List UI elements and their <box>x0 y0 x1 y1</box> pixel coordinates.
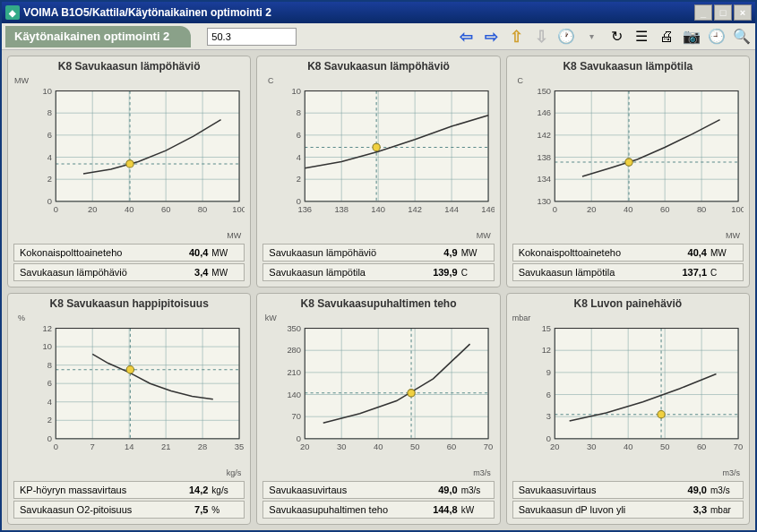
down-icon: ⇩ <box>531 27 551 47</box>
chart-panel: K8 Savukaasun lämpöhäviö MW 020406080100… <box>7 56 251 287</box>
chart-area: mbar 20304050607003691215 <box>512 312 744 468</box>
info-label: Savukaasun O2-pitoisuus <box>20 504 172 515</box>
info-unit: mbar <box>707 505 737 515</box>
info-value: 49,0 <box>671 485 707 495</box>
clock-dropdown-icon[interactable]: ▾ <box>581 27 601 47</box>
maximize-button[interactable]: □ <box>714 4 732 21</box>
svg-text:20: 20 <box>550 442 559 451</box>
info-unit: m3/s <box>707 485 737 495</box>
info-label: KP-höyryn massavirtaus <box>20 485 172 495</box>
y-axis-label: C <box>512 74 529 231</box>
svg-point-15 <box>126 160 133 167</box>
info-value: 137,1 <box>671 267 707 278</box>
toolbar: Käytönaikainen optimointi 2 ⇦ ⇨ ⇧ ⇩ 🕐 ▾ … <box>2 23 755 50</box>
clock-icon[interactable]: 🕐 <box>556 27 576 47</box>
svg-text:40: 40 <box>624 204 632 214</box>
svg-text:140: 140 <box>372 204 386 214</box>
svg-text:60: 60 <box>697 442 706 451</box>
chart-title: K8 Luvon painehäviö <box>512 297 744 310</box>
info-label: Savukaasun lämpöhäviö <box>20 267 172 278</box>
tree-icon[interactable]: ☰ <box>632 27 651 47</box>
back-icon[interactable]: ⇦ <box>456 27 476 47</box>
info-unit: MW <box>208 268 238 278</box>
info-value: 139,9 <box>422 267 458 278</box>
info-label: Savukaasupuhaltimen teho <box>269 504 421 515</box>
x-axis-label: kg/s <box>13 468 245 477</box>
info-unit: m3/s <box>458 485 488 495</box>
info-value: 49,0 <box>422 485 458 495</box>
info-unit: C <box>458 268 488 278</box>
chart-area: C 020406080100130134138142146150 <box>512 74 744 231</box>
x-axis-label: MW <box>262 231 494 240</box>
search-icon[interactable]: 🔍 <box>732 27 752 47</box>
svg-text:136: 136 <box>298 204 313 214</box>
svg-text:80: 80 <box>697 204 706 214</box>
info-value: 40,4 <box>172 247 208 258</box>
close-button[interactable]: × <box>734 4 752 21</box>
svg-text:10: 10 <box>43 86 52 96</box>
chart-area: C 1361381401421441460246810 <box>262 74 494 231</box>
window-buttons: _ □ × <box>694 4 752 21</box>
breadcrumb: Käytönaikainen optimointi 2 <box>5 26 191 47</box>
chart-plot: 1361381401421441460246810 <box>279 74 494 231</box>
chart-plot: 203040506070070140210280350 <box>279 312 494 468</box>
svg-text:40: 40 <box>125 204 133 214</box>
info-row: KP-höyryn massavirtaus 14,2 kg/s <box>13 481 245 499</box>
svg-text:138: 138 <box>335 204 349 214</box>
svg-text:0: 0 <box>297 196 301 206</box>
chart-plot: 0714212835024681012 <box>30 312 245 468</box>
minimize-button[interactable]: _ <box>694 4 712 21</box>
app-window: ◆ VOIMA B1O5/Kattila/Käytönaikainen opti… <box>0 0 757 532</box>
info-unit: kg/s <box>208 485 238 495</box>
print-icon[interactable]: 🖨 <box>657 27 676 47</box>
svg-text:8: 8 <box>47 107 52 117</box>
svg-text:0: 0 <box>54 442 58 451</box>
svg-text:6: 6 <box>546 390 551 399</box>
svg-text:30: 30 <box>587 442 596 451</box>
info-value: 3,4 <box>172 267 208 278</box>
svg-text:40: 40 <box>374 442 383 451</box>
x-axis-label: MW <box>512 231 744 240</box>
camera-icon[interactable]: 📷 <box>682 27 701 47</box>
chart-area: % 0714212835024681012 <box>13 312 245 468</box>
svg-text:7: 7 <box>90 442 95 451</box>
chart-plot: 0204060801000246810 <box>30 74 245 231</box>
refresh-icon[interactable]: ↻ <box>606 27 626 47</box>
svg-text:100: 100 <box>731 204 744 214</box>
chart-panel: K8 Savukaasupuhaltimen teho kW 203040506… <box>256 293 500 525</box>
svg-text:6: 6 <box>297 130 301 140</box>
info-unit: % <box>208 505 238 515</box>
svg-point-73 <box>624 159 632 166</box>
chart-title: K8 Savukaasun lämpöhäviö <box>262 60 494 73</box>
info-value: 14,2 <box>172 485 208 495</box>
info-row: Savukaasun lämpötila 137,1 C <box>512 263 744 281</box>
svg-text:12: 12 <box>43 323 52 333</box>
value-input[interactable] <box>207 28 297 46</box>
forward-icon[interactable]: ⇨ <box>481 27 501 47</box>
svg-text:0: 0 <box>552 204 556 214</box>
info-label: Savukaasun lämpöhäviö <box>269 247 421 258</box>
info-table: Savukaasuvirtaus 49,0 m3/s Savukaasun dP… <box>512 481 744 520</box>
up-icon[interactable]: ⇧ <box>506 27 526 47</box>
svg-text:138: 138 <box>537 152 551 162</box>
svg-text:8: 8 <box>47 360 52 370</box>
info-table: Kokonaispolttoaineteho 40,4 MW Savukaasu… <box>512 244 744 283</box>
window-title: VOIMA B1O5/Kattila/Käytönaikainen optimo… <box>23 6 694 19</box>
svg-text:150: 150 <box>537 86 551 96</box>
svg-rect-118 <box>305 329 489 439</box>
history-icon[interactable]: 🕘 <box>707 27 727 47</box>
info-table: Kokonaispolttoaineteho 40,4 MW Savukaasu… <box>13 244 245 283</box>
svg-text:35: 35 <box>235 442 244 451</box>
svg-text:80: 80 <box>198 204 207 214</box>
info-row: Savukaasun lämpötila 139,9 C <box>262 263 494 281</box>
svg-text:14: 14 <box>125 442 133 451</box>
chart-title: K8 Savukaasun lämpöhäviö <box>13 60 245 73</box>
info-unit: MW <box>707 248 737 258</box>
info-row: Savukaasun lämpöhäviö 3,4 MW <box>13 263 245 281</box>
svg-text:2: 2 <box>47 415 52 425</box>
svg-rect-58 <box>555 91 738 202</box>
svg-text:210: 210 <box>288 367 302 377</box>
x-axis-label: MW <box>13 231 245 240</box>
svg-text:6: 6 <box>47 378 52 388</box>
chart-panel: K8 Savukaasun lämpöhäviö C 1361381401421… <box>256 56 500 287</box>
